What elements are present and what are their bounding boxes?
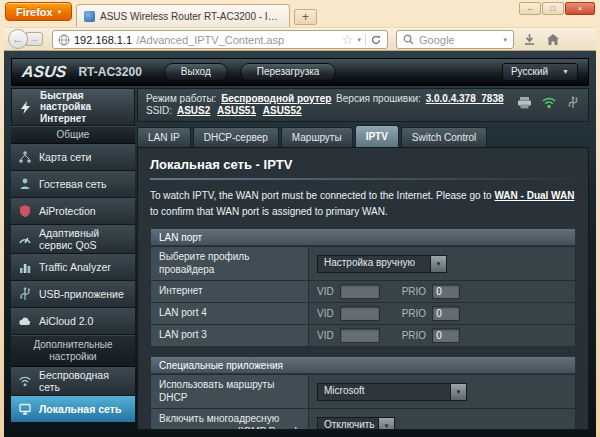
sidebar-item-aicloud[interactable]: AiCloud 2.0 [11,308,135,335]
sidebar-item-label: Traffic Analyzer [39,261,111,273]
qos-gauge-icon [16,232,33,246]
back-button[interactable]: ← [8,29,28,49]
usb-icon [16,287,33,301]
ssid-link-3[interactable]: ASUS52 [263,105,302,116]
language-value: Русский [511,64,548,80]
igmp-proxy-value: Отключить [318,418,378,431]
table-row: Использовать маршруты DHCP Microsoft ▼ [150,374,576,409]
lan-port3-vid-input[interactable] [340,328,380,343]
sidebar: Быстрая настройка Интернет Общие Карта с… [11,88,135,430]
site-identity-icon [58,34,70,46]
new-tab-button[interactable]: + [294,9,317,25]
router-admin-page: ASUS RT-AC3200 Выход Перезагрузка Русски… [4,51,596,437]
sidebar-item-aiprotection[interactable]: AiProtection [11,198,135,225]
usb-status-icon[interactable] [566,96,580,109]
window-controls: – □ × [519,2,595,15]
firefox-menu-button[interactable]: Firefox ▾ [5,2,72,21]
bookmark-star-icon[interactable]: ☆ [342,33,354,46]
table-row: Включить многоадресную маршрутизацию (IG… [150,409,576,430]
sidebar-item-label: AiCloud 2.0 [39,315,93,327]
sidebar-item-traffic-analyzer[interactable]: Traffic Analyzer [11,254,135,281]
igmp-proxy-select[interactable]: Отключить ▼ [317,417,395,431]
ssid-link-2[interactable]: ASUS51 [217,105,256,116]
guest-network-icon [16,177,33,191]
sidebar-item-label: Карта сети [39,151,91,163]
sidebar-item-label: Быстрая настройка Интернет [40,90,129,125]
lan-port4-prio-input[interactable] [432,306,460,321]
search-engine-dropdown-icon[interactable]: ▾ [503,36,507,44]
close-button[interactable]: × [565,2,595,15]
tab-switch-control[interactable]: Switch Control [401,127,487,147]
reload-icon[interactable] [370,34,382,46]
url-bar[interactable]: 192.168.1.1/Advanced_IPTV_Content.asp ☆ … [52,30,388,49]
sidebar-item-quick-setup[interactable]: Быстрая настройка Интернет [11,88,135,126]
language-select[interactable]: Русский ▼ [502,63,578,81]
urlbar-separator [365,33,366,46]
ssid-link-1[interactable]: ASUS2 [177,105,210,116]
select-arrow-icon: ▼ [378,418,394,431]
downloads-icon[interactable] [520,32,538,48]
bar-chart-icon [16,260,33,274]
search-box[interactable]: Google ▾ [396,30,514,49]
sidebar-item-lan[interactable]: Локальная сеть [11,396,135,423]
wifi-status-icon[interactable] [541,96,557,109]
url-dropdown-icon[interactable]: ▾ [357,36,361,44]
printer-icon[interactable] [517,96,532,109]
sidebar-item-label: Адаптивный сервис QoS [39,227,130,251]
forward-button[interactable]: → [26,32,43,46]
lan-port4-vid-input[interactable] [340,306,380,321]
sidebar-item-wireless[interactable]: Беспроводная сеть [11,367,135,396]
prio-label: PRIO [402,286,426,297]
sidebar-item-qos[interactable]: Адаптивный сервис QoS [11,225,135,254]
profile-label: Выберите профиль провайдера [151,247,309,280]
lan-port3-label: LAN port 3 [151,325,309,346]
network-map-icon [16,150,33,164]
tab-routes[interactable]: Маршруты [281,127,353,147]
status-bar: Режим работы: Беспроводной роутер Версия… [137,88,589,122]
minimize-button[interactable]: – [519,2,541,15]
tab-dhcp-server[interactable]: DHCP-сервер [193,127,279,147]
navigation-toolbar: ← → 192.168.1.1/Advanced_IPTV_Content.as… [4,27,596,51]
lan-port3-prio-input[interactable] [432,328,460,343]
firefox-menu-label: Firefox [16,6,53,18]
tab-favicon-icon [84,11,95,22]
vid-label: VID [317,308,334,319]
url-path: /Advanced_IPTV_Content.asp [136,34,284,46]
tab-lan-ip[interactable]: LAN IP [137,127,191,147]
sidebar-item-guest-network[interactable]: Гостевая сеть [11,171,135,198]
dhcp-routes-label: Использовать маршруты DHCP [151,375,309,408]
igmp-proxy-label: Включить многоадресную маршрутизацию (IG… [151,409,309,430]
internet-vid-input[interactable] [340,284,380,299]
sidebar-item-label: Гостевая сеть [39,178,107,190]
sidebar-item-label: AiProtection [39,205,96,217]
quick-setup-icon [17,100,34,115]
firmware-version-link[interactable]: 3.0.0.4.378_7838 [426,93,504,104]
dual-wan-link[interactable]: WAN - Dual WAN [494,190,574,201]
page-title: Локальная сеть - IPTV [150,157,576,172]
reboot-button[interactable]: Перезагрузка [240,63,337,81]
sidebar-item-network-map[interactable]: Карта сети [11,144,135,171]
cloud-icon [16,314,33,328]
dhcp-routes-select[interactable]: Microsoft ▼ [317,383,467,401]
prio-label: PRIO [402,308,426,319]
home-icon[interactable] [544,32,562,48]
internet-label: Интернет [151,281,309,302]
page-description: To watch IPTV, the WAN port must be conn… [150,188,576,219]
tab-iptv[interactable]: IPTV [355,125,399,147]
maximize-button[interactable]: □ [542,2,564,15]
logout-button[interactable]: Выход [164,63,228,81]
browser-viewport: ASUS RT-AC3200 Выход Перезагрузка Русски… [4,51,596,437]
vid-label: VID [317,330,334,341]
vid-label: VID [317,286,334,297]
internet-prio-input[interactable] [432,284,460,299]
isp-profile-select[interactable]: Настройка вручную ▼ [317,255,447,273]
sidebar-item-label: Беспроводная сеть [39,369,130,393]
operation-mode-link[interactable]: Беспроводной роутер [221,93,331,104]
chevron-down-icon: ▾ [58,8,62,16]
url-host: 192.168.1.1 [74,34,132,46]
content-panel: Локальная сеть - IPTV To watch IPTV, the… [137,147,589,430]
sidebar-item-usb-application[interactable]: USB-приложение [11,281,135,308]
wifi-icon [16,374,33,388]
browser-tab[interactable]: ASUS Wireless Router RT-AC3200 - IPTV [76,4,290,27]
sidebar-section-general: Общие [11,126,135,144]
